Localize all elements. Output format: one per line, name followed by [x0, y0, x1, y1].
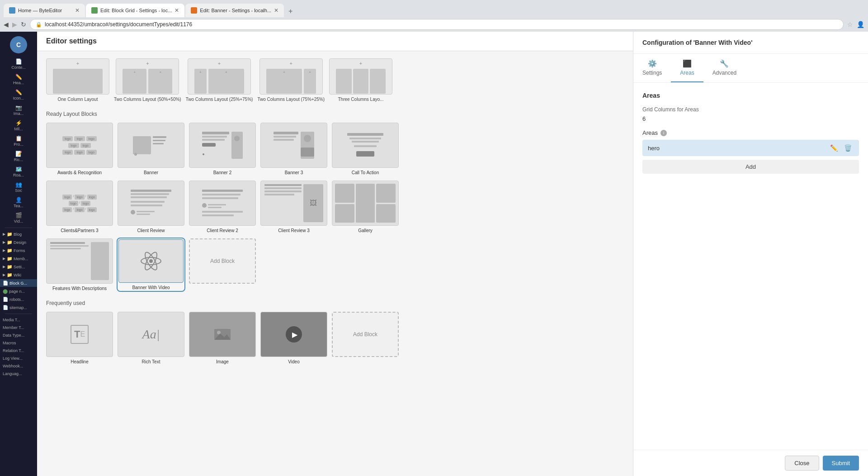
sidebar-item-soc[interactable]: 👥 Soc [0, 180, 37, 195]
sidebar-item-blog[interactable]: ▶ 📁 Blog [0, 230, 37, 238]
sidebar-item-rich[interactable]: 📝 Ric... [0, 149, 37, 164]
block-name-headline: Headline [71, 359, 88, 364]
sidebar-item-label-member-t: Member T... [3, 325, 24, 330]
block-name-clients: Clients&Partners 3 [61, 228, 98, 233]
sidebar-item-forms[interactable]: ▶ 📁 Forms [0, 247, 37, 254]
block-item-awards[interactable]: logo logo logo logo logo logo [46, 123, 113, 175]
block-item-video-f[interactable]: ▶ Video [260, 312, 327, 364]
sidebar-item-icon1[interactable]: ✏️ Icon... [0, 87, 37, 102]
config-tab-areas[interactable]: ⬛ Areas [671, 54, 703, 82]
area-delete-button[interactable]: 🗑️ [842, 143, 854, 152]
block-item-banner2[interactable]: Banner 2 [189, 123, 256, 175]
svg-rect-22 [356, 151, 374, 157]
sidebar-item-design[interactable]: ▶ 📁 Design [0, 238, 37, 246]
sidebar-item-roa[interactable]: 🗺️ Roa... [0, 164, 37, 179]
block-name-banner-video: Banner With Video [132, 285, 170, 290]
sidebar-item-headless[interactable]: ✏️ Hea... [0, 72, 37, 87]
sidebar-item-settings[interactable]: ▶ 📁 Setti... [0, 263, 37, 271]
areas-field: Areas i hero ✏️ 🗑️ [642, 129, 859, 174]
block-item-image-f[interactable]: Image [189, 312, 256, 364]
back-button[interactable]: ◀ [4, 21, 9, 28]
tab-close-home[interactable]: ✕ [75, 7, 80, 14]
block-item-client-review[interactable]: Client Review [118, 181, 184, 233]
refresh-button[interactable]: ↻ [21, 21, 26, 28]
favicon-home [9, 7, 15, 14]
sidebar-item-memb[interactable]: ▶ 📁 Memb... [0, 255, 37, 262]
sidebar-item-sitemap[interactable]: 📄 sitemap... [0, 304, 37, 311]
blocks-row-2: logo / logo / logo logo / logo [46, 181, 624, 233]
sidebar-divider2 [5, 314, 32, 314]
sidebar-item-robots[interactable]: 📄 robots... [0, 295, 37, 303]
sidebar-item-tea[interactable]: 👤 Tea... [0, 195, 37, 210]
block-name-banner: Banner [144, 170, 158, 175]
sidebar-item-label-log-view: Log View... [3, 356, 23, 361]
sidebar-logo[interactable]: C [10, 36, 27, 53]
sidebar-item-media-t[interactable]: Media T... [0, 316, 37, 324]
close-button[interactable]: Close [785, 456, 819, 471]
submit-button[interactable]: Submit [823, 456, 859, 471]
config-tab-advanced[interactable]: 🔧 Advanced [703, 54, 745, 82]
block-item-cta[interactable]: Call To Action [332, 123, 399, 175]
add-block-text1: Add Block [210, 258, 235, 264]
sidebar-item-webhooks[interactable]: Webhook... [0, 362, 37, 370]
sidebar-item-ima[interactable]: 📷 Ima... [0, 103, 37, 118]
svg-point-11 [203, 153, 204, 155]
layout-two-col-7525[interactable]: + + + Two Columns Layout (75%+25%) [257, 58, 325, 102]
sidebar-item-page-n[interactable]: ⬤ page n... [0, 287, 37, 295]
layout-thumb-two-col-7525: + + + [259, 58, 323, 95]
block-item-client-review2[interactable]: Client Review 2 [189, 181, 256, 233]
block-name-rich-text: Rich Text [142, 359, 160, 364]
sidebar-item-block-g[interactable]: 📄 Block G... [0, 279, 37, 287]
sidebar-item-log-view[interactable]: Log View... [0, 355, 37, 362]
layout-three-col[interactable]: + Three Columns Layo... [329, 58, 392, 102]
sidebar-item-wiki[interactable]: ▶ 📁 Wiki [0, 271, 37, 279]
bookmark-button[interactable]: ☆ [847, 21, 853, 28]
new-tab-button[interactable]: + [285, 5, 296, 17]
block-item-headline[interactable]: T E Headline [46, 312, 113, 364]
block-item-rich-text[interactable]: Aa| Rich Text [118, 312, 184, 364]
sidebar-item-content[interactable]: 📄 Conte... [0, 57, 37, 71]
sidebar-item-member-t[interactable]: Member T... [0, 324, 37, 331]
sidebar-item-vid[interactable]: 🎬 Vid... [0, 210, 37, 225]
layout-one-col[interactable]: + One Column Layout [46, 58, 109, 102]
block-item-banner3[interactable]: Banner 3 [260, 123, 327, 175]
config-tab-settings[interactable]: ⚙️ Settings [633, 54, 671, 82]
tab-block-grid[interactable]: Edit: Block Grid - Settings - loc... ✕ [86, 4, 184, 17]
sidebar-item-data-t[interactable]: Data Type... [0, 332, 37, 339]
block-item-clients[interactable]: logo / logo / logo logo / logo [46, 181, 113, 233]
layout-two-col-2575[interactable]: + + + Two Columns Layout (25%+75%) [186, 58, 253, 102]
layout-two-col-5050[interactable]: + + + Two Columns Layout (50%+50%) [114, 58, 181, 102]
url-bar[interactable]: 🔒 localhost:44352/umbraco#/settings/docu… [30, 19, 844, 30]
sidebar-item-mil[interactable]: ⚡ Mil... [0, 118, 37, 133]
add-area-button[interactable]: Add [642, 160, 859, 174]
config-panel: Configuration of 'Banner With Video' ⚙️ … [633, 32, 868, 476]
svg-point-4 [134, 153, 137, 156]
tab-home[interactable]: Home — ByteEditor ✕ [4, 4, 85, 17]
svg-rect-17 [301, 148, 314, 157]
block-item-client-review3[interactable]: 🖼 Client Review 3 [260, 181, 327, 233]
profile-button[interactable]: 👤 [857, 21, 864, 28]
sidebar-item-macros[interactable]: Macros [0, 339, 37, 347]
sidebar-item-label-relation-t: Relation T... [3, 348, 24, 353]
ready-blocks-label: Ready Layout Blocks [46, 111, 624, 117]
areas-info-icon[interactable]: i [660, 130, 667, 136]
sidebar-item-relation-t[interactable]: Relation T... [0, 347, 37, 354]
block-item-gallery[interactable]: Gallery [332, 181, 399, 233]
svg-rect-9 [231, 132, 243, 159]
block-item-features[interactable]: Features With Descriptions [46, 238, 113, 291]
block-item-add1[interactable]: Add Block [189, 238, 256, 291]
sidebar-item-languages[interactable]: Languag... [0, 370, 37, 377]
tab-close-banner[interactable]: ✕ [274, 7, 278, 14]
sidebar-item-pro[interactable]: 📋 Pro... [0, 133, 37, 148]
block-item-add2[interactable]: Add Block [332, 312, 399, 364]
layout-name-two-col-2575: Two Columns Layout (25%+75%) [186, 97, 253, 102]
tab-close-block-grid[interactable]: ✕ [175, 7, 179, 14]
areas-section: Areas Grid Columns for Areas 6 Areas i [642, 92, 859, 174]
block-item-banner-video[interactable]: Banner With Video [118, 238, 184, 291]
area-edit-button[interactable]: ✏️ [828, 143, 840, 152]
block-item-banner[interactable]: Banner [118, 123, 184, 175]
block-thumb-client-review3: 🖼 [260, 181, 327, 226]
forward-button[interactable]: ▶ [12, 21, 17, 28]
tab-banner[interactable]: Edit: Banner - Settings - localh... ✕ [185, 4, 284, 17]
favicon-banner [191, 7, 197, 14]
